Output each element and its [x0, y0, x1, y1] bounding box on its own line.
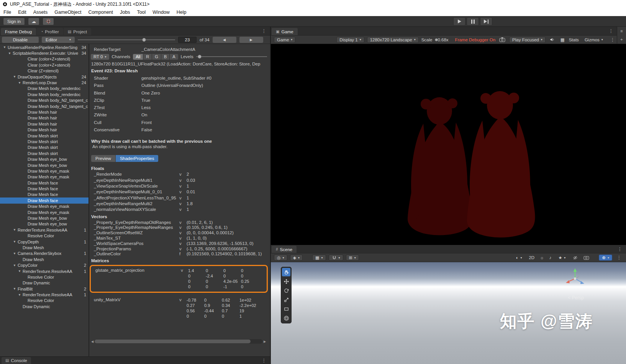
sign-in-button[interactable]: Sign in [3, 18, 25, 25]
add-tab-icon[interactable]: + [620, 37, 623, 42]
hidden-objects-button[interactable] [571, 255, 579, 261]
metrics-grid-icon[interactable]: ▦ [559, 37, 566, 43]
menu-item-assets[interactable]: Assets [30, 8, 51, 16]
tree-item[interactable]: Draw Mesh eye_bow [0, 156, 88, 162]
levels-slider[interactable] [196, 54, 267, 59]
target-dropdown[interactable]: Editor ▾ [42, 37, 75, 43]
details-horizontal-scrollbar[interactable]: ◀ ▶ [90, 339, 267, 344]
rect-tool-button[interactable] [282, 305, 290, 313]
tree-item[interactable]: Draw Mesh body_N2_tangent_c [0, 103, 88, 109]
move-tool-button[interactable] [282, 277, 290, 286]
pause-button[interactable] [467, 17, 479, 26]
increment-snap-dropdown[interactable]: ⊞ ▾ [346, 255, 359, 261]
tree-item[interactable]: ▼RenderTexture.ResolveAA1 [0, 227, 88, 233]
tree-item[interactable]: Draw Mesh eye_mask [0, 209, 88, 215]
tree-item[interactable]: Draw Mesh eye_bow [0, 221, 88, 227]
display-target-dropdown[interactable]: Display 1 ▾ [336, 37, 364, 43]
play-button[interactable] [453, 17, 465, 26]
tree-item[interactable]: Draw Mesh face [0, 180, 88, 186]
tree-item[interactable]: Draw Mesh body_N2_tangent_c [0, 98, 88, 103]
kebab-menu-icon[interactable]: ⋮ [609, 37, 616, 42]
tab-console[interactable]: ▤ Console [2, 357, 31, 364]
snap-settings-dropdown[interactable]: ▾ [329, 255, 343, 261]
levels-slider-thumb[interactable] [198, 55, 202, 59]
channel-all-button[interactable]: All [133, 54, 143, 60]
rt-dropdown[interactable]: RT 0 ▾ [91, 54, 109, 60]
grid-visibility-dropdown[interactable]: ▦ ▾ [312, 255, 326, 261]
screenshot-camera-button[interactable] [498, 37, 506, 43]
scene-camera-settings-button[interactable] [582, 255, 590, 261]
resolution-dropdown[interactable]: 1280x720 Landscape ▾ [367, 37, 419, 43]
menu-item-help[interactable]: Help [173, 8, 190, 16]
shading-mode-dropdown[interactable]: ◐ ▾ [513, 255, 525, 261]
tree-item[interactable]: Draw Mesh eye_mask [0, 168, 88, 174]
tree-item[interactable]: ▼ScriptableRenderer.Execute: Unive34 [0, 50, 88, 56]
tab-game[interactable]: ▣ Game [272, 28, 298, 35]
expand-arrow-icon[interactable]: ▼ [13, 240, 18, 243]
scroll-right-icon[interactable]: ▶ [262, 340, 267, 343]
step-button[interactable] [480, 17, 492, 26]
tree-item[interactable]: ▼Camera.RenderSkybox1 [0, 251, 88, 256]
channel-a-button[interactable]: A [170, 54, 178, 60]
tab-frame-debug[interactable]: Frame Debug [1, 28, 36, 35]
tree-item[interactable]: Draw Dynamic [0, 304, 88, 309]
tree-item[interactable]: Draw Mesh face [0, 186, 88, 191]
tool-handle-pivot-dropdown[interactable]: ◎ ▾ [274, 255, 287, 261]
tree-item[interactable]: Draw Mesh eye_bow [0, 215, 88, 221]
tree-item[interactable]: Draw Mesh hair [0, 121, 88, 127]
menu-item-file[interactable]: File [0, 8, 15, 16]
expand-arrow-icon[interactable]: ▼ [18, 81, 23, 85]
expand-arrow-icon[interactable]: ▼ [13, 75, 18, 78]
scene-audio-button[interactable]: ♪ [548, 255, 553, 261]
tab-profiler[interactable]: ◔Profiler [36, 28, 63, 35]
expand-arrow-icon[interactable]: ▼ [18, 269, 23, 273]
tree-item[interactable]: Resolve Color [0, 298, 88, 304]
plugin-starburst-button[interactable] [43, 18, 54, 25]
expand-arrow-icon[interactable]: ▼ [8, 52, 13, 55]
cloud-services-button[interactable]: ☁ [28, 18, 39, 25]
menu-item-jobs[interactable]: Jobs [116, 8, 133, 16]
projection-mode-label[interactable]: < Persp [562, 295, 589, 300]
frame-number-input[interactable] [178, 37, 197, 43]
hand-tool-button[interactable] [282, 268, 290, 276]
menu-item-tool[interactable]: Tool [133, 8, 149, 16]
game-viewport[interactable] [271, 44, 626, 245]
scrollbar-thumb[interactable] [95, 340, 251, 343]
expand-arrow-icon[interactable]: ▼ [13, 264, 18, 267]
effects-dropdown[interactable]: ★ ▾ [556, 255, 568, 261]
tab-project[interactable]: ▤Project [64, 28, 91, 35]
tree-item[interactable]: Draw Mesh skirt [0, 139, 88, 144]
next-frame-button[interactable]: ▶ [239, 37, 263, 43]
kebab-menu-icon[interactable]: ⋮ [615, 255, 623, 260]
tree-item[interactable]: ▼CopyDepth1 [0, 239, 88, 245]
expand-arrow-icon[interactable]: ▼ [13, 252, 18, 255]
previous-frame-button[interactable]: ◀ [213, 37, 236, 43]
tree-item[interactable]: Resolve Color [0, 274, 88, 280]
scene-view-options-dropdown[interactable]: ⊕ ▾ [599, 255, 612, 261]
transform-tool-button[interactable] [282, 314, 290, 322]
tree-item[interactable]: ▼RenderTexture.ResolveAA1 [0, 268, 88, 274]
tree-item[interactable]: Clear (Z+stencil) [0, 68, 88, 74]
tree-item[interactable]: Draw Mesh face [0, 192, 88, 198]
tree-item[interactable]: Draw Mesh skirt [0, 145, 88, 150]
tree-item[interactable]: Draw Mesh skirt [0, 133, 88, 139]
scene-lighting-button[interactable]: ☼ [539, 255, 545, 261]
tree-item[interactable]: Draw Mesh body_renderdoc [0, 86, 88, 91]
tree-item[interactable]: Draw Mesh [0, 256, 88, 262]
tree-item[interactable]: Draw Mesh hair [0, 115, 88, 121]
kebab-menu-icon[interactable]: ⋮ [260, 358, 268, 363]
tree-item[interactable]: Draw Mesh eye_bow [0, 162, 88, 168]
orientation-gizmo[interactable] [564, 267, 586, 289]
tree-item[interactable]: ▼UniversalRenderPipeline.RenderSing34 [0, 44, 88, 50]
play-focused-dropdown[interactable]: Play Focused ▾ [509, 37, 546, 43]
kebab-menu-icon[interactable]: ⋮ [607, 28, 615, 34]
scale-tool-button[interactable] [282, 295, 290, 304]
kebab-menu-icon[interactable]: ⋮ [260, 28, 268, 34]
tree-item[interactable]: Draw Mesh [0, 245, 88, 250]
game-display-mode-dropdown[interactable]: Game ▾ [274, 37, 295, 43]
toggle-2d-button[interactable]: 2D [528, 255, 536, 261]
tree-item[interactable]: Draw Dynamic [0, 280, 88, 286]
menu-item-component[interactable]: Component [85, 8, 116, 16]
view-tab-shaderproperties[interactable]: ShaderProperties [116, 155, 159, 162]
expand-arrow-icon[interactable]: ▼ [13, 228, 18, 232]
